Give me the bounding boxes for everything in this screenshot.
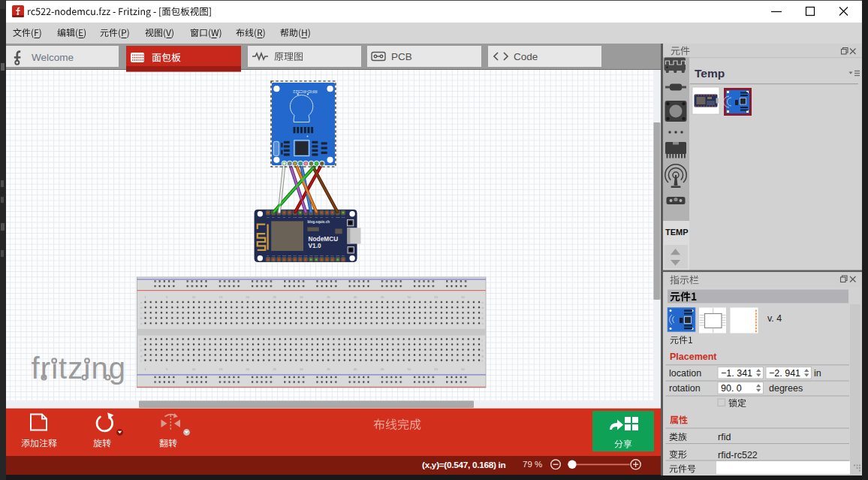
svg-text:PCB: PCB — [391, 51, 412, 62]
svg-text:50: 50 — [407, 295, 411, 299]
svg-text:rfid-rc522: rfid-rc522 — [718, 450, 758, 460]
svg-text:TX: TX — [331, 216, 333, 219]
svg-text:VIN: VIN — [272, 255, 275, 257]
svg-text:j: j — [481, 338, 483, 342]
svg-text:GN7: GN7 — [336, 255, 340, 257]
svg-text:3V3: 3V3 — [342, 216, 345, 219]
svg-text:45: 45 — [381, 367, 384, 371]
svg-text:20: 20 — [246, 367, 249, 371]
svg-text:40: 40 — [354, 367, 357, 371]
svg-text:40: 40 — [354, 295, 357, 299]
svg-text:Code: Code — [514, 51, 538, 62]
svg-text:VIN: VIN — [277, 255, 280, 257]
svg-text:90. 0: 90. 0 — [721, 383, 742, 394]
svg-text:−2. 941: −2. 941 — [769, 368, 800, 379]
svg-text:h: h — [482, 349, 484, 352]
svg-text:V1.0: V1.0 — [309, 242, 321, 249]
svg-text:30: 30 — [300, 367, 303, 371]
svg-text:rfid: rfid — [718, 432, 731, 442]
svg-text:60: 60 — [461, 367, 465, 371]
svg-text:EN3: EN3 — [282, 255, 286, 257]
svg-text:L0A: L0A — [331, 255, 335, 257]
svg-text:j: j — [140, 338, 141, 342]
svg-text:Placement: Placement — [670, 352, 717, 362]
svg-text:35: 35 — [327, 295, 330, 299]
svg-text:VT3: VT3 — [309, 255, 313, 257]
svg-text:GN5: GN5 — [304, 255, 309, 257]
svg-text:25: 25 — [273, 367, 276, 371]
svg-text:GN9: GN9 — [315, 255, 319, 257]
svg-text:Welcome: Welcome — [32, 52, 74, 63]
svg-text:55: 55 — [434, 367, 438, 371]
svg-text:(x,y)=(0.547, 0.168) in: (x,y)=(0.547, 0.168) in — [422, 460, 506, 470]
svg-text:v. 4: v. 4 — [767, 313, 782, 324]
svg-text:15: 15 — [219, 295, 223, 299]
svg-text:rotation: rotation — [669, 383, 701, 394]
svg-text:50: 50 — [407, 367, 411, 371]
svg-text:T5V: T5V — [342, 255, 345, 257]
svg-text:c: c — [482, 311, 484, 315]
svg-text:GN0: GN0 — [298, 255, 303, 257]
svg-text:30: 30 — [300, 295, 303, 299]
svg-text:g: g — [482, 354, 484, 358]
svg-text:i: i — [482, 343, 483, 347]
svg-text:20: 20 — [246, 295, 249, 299]
svg-text:TEMP: TEMP — [665, 228, 689, 237]
svg-text:−1. 341: −1. 341 — [721, 368, 752, 379]
svg-text:60: 60 — [461, 295, 465, 299]
svg-text:3N3: 3N3 — [288, 255, 291, 257]
svg-text:c: c — [140, 311, 142, 315]
svg-text:i: i — [140, 343, 141, 347]
svg-text:15: 15 — [219, 367, 223, 371]
svg-text:RFID-RC522: RFID-RC522 — [293, 89, 317, 94]
svg-text:3V: 3V — [267, 255, 270, 257]
svg-text:GN0: GN0 — [320, 255, 324, 257]
svg-text:10: 10 — [192, 295, 196, 299]
svg-text:degrees: degrees — [769, 383, 803, 394]
svg-text:h: h — [140, 349, 142, 352]
svg-text:10: 10 — [192, 367, 196, 371]
svg-text:Temp: Temp — [695, 67, 725, 80]
svg-text:3V3: 3V3 — [294, 216, 297, 219]
svg-text:55: 55 — [434, 295, 438, 299]
svg-text:GND: GND — [298, 216, 303, 219]
svg-text:d: d — [482, 306, 484, 309]
svg-text:25: 25 — [273, 295, 276, 299]
svg-text:RX: RX — [326, 216, 329, 219]
svg-text:d: d — [140, 306, 142, 309]
svg-text:in: in — [814, 368, 821, 379]
svg-text:79 %: 79 % — [523, 460, 542, 469]
svg-text:GND: GND — [336, 216, 340, 219]
svg-text:location: location — [669, 368, 701, 379]
svg-text:blog.squix.ch: blog.squix.ch — [307, 220, 330, 224]
svg-text:TX0: TX0 — [294, 255, 297, 257]
svg-text:35: 35 — [327, 367, 330, 371]
svg-text:45: 45 — [381, 295, 384, 299]
svg-text:g: g — [140, 354, 142, 358]
